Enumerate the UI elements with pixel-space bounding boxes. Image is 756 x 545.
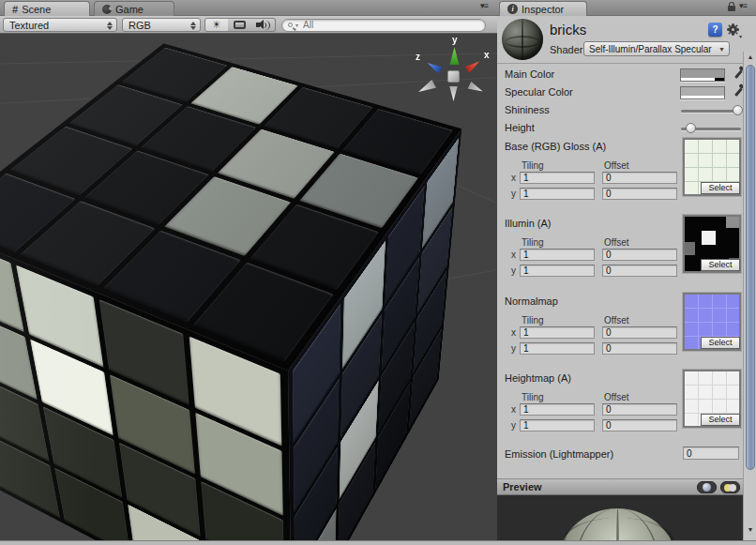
tab-scene[interactable]: # Scene [4, 1, 90, 16]
main-color-label: Main Color [505, 68, 554, 80]
gizmo-z-label: z [416, 52, 420, 62]
tiling-y-input[interactable] [520, 265, 595, 277]
normalmap-texture-thumbnail[interactable]: Select [683, 293, 741, 351]
search-input[interactable] [301, 19, 442, 31]
color-mode-dropdown[interactable]: RGB [122, 18, 201, 32]
shader-value: Self-Illumin/Parallax Specular [589, 44, 712, 54]
preview-lighting-button[interactable] [720, 481, 740, 493]
tiling-x-input[interactable] [520, 403, 595, 416]
scene-orientation-gizmo[interactable]: y x z [413, 39, 497, 109]
offset-x-input[interactable] [602, 172, 677, 184]
gizmo-center-cube[interactable] [447, 70, 460, 83]
offset-y-input[interactable] [602, 188, 677, 200]
gizmo-axis-z-cone[interactable] [425, 58, 443, 75]
tab-game[interactable]: Game [94, 1, 174, 16]
slider-handle[interactable] [733, 105, 743, 115]
heightmap-texture-thumbnail[interactable]: Select [683, 370, 741, 428]
map-label: Illumin (A) [505, 218, 552, 229]
unity-editor-window: # Scene Game ▾≡ Textured RGB ☀ [0, 0, 756, 545]
tab-inspector-label: Inspector [522, 4, 564, 15]
lock-icon[interactable] [728, 6, 735, 11]
gizmo-axis-cone-gray[interactable] [448, 86, 459, 101]
shader-dropdown[interactable]: Self-Illumin/Parallax Specular ▼ [583, 41, 730, 56]
material-preview-area[interactable] [497, 495, 743, 540]
inspector-panel-menu-icon[interactable]: ▾≡ [739, 1, 747, 10]
y-axis-label: y [511, 265, 516, 276]
lighting-toggle-button[interactable]: ☀ [204, 18, 229, 32]
audio-toggle-button[interactable] [251, 18, 276, 32]
tiling-header: Tiling [522, 392, 544, 402]
map-label: Heightmap (A) [505, 372, 571, 384]
gizmo-axis-cone-gray[interactable] [416, 78, 437, 97]
x-axis-label: x [511, 173, 516, 183]
offset-y-input[interactable] [602, 419, 677, 431]
window-bottom-edge [0, 540, 756, 545]
gizmo-axis-cone-gray[interactable] [467, 81, 485, 97]
base-texture-thumbnail[interactable]: Select [683, 138, 741, 196]
tiling-x-input[interactable] [520, 249, 595, 261]
chevron-down-icon: ▼ [718, 46, 725, 53]
height-slider[interactable] [681, 122, 741, 134]
x-axis-label: x [511, 404, 516, 415]
scene-panel-menu-icon[interactable]: ▾≡ [480, 1, 488, 10]
offset-x-input[interactable] [602, 403, 677, 416]
specular-color-label: Specular Color [505, 86, 573, 98]
select-button[interactable]: Select [701, 182, 740, 194]
inspector-panel: i Inspector ▾≡ bricks Shader Self-Illumi… [497, 0, 756, 540]
scrollbar-thumb[interactable] [746, 65, 755, 470]
preview-shape-button[interactable] [697, 481, 717, 493]
offset-y-input[interactable] [602, 265, 677, 277]
tiling-header: Tiling [522, 315, 544, 325]
material-header: bricks Shader Self-Illumin/Parallax Spec… [497, 16, 743, 64]
map-label: Base (RGB) Gloss (A) [505, 141, 606, 152]
emission-label: Emission (Lightmapper) [505, 448, 613, 460]
offset-x-input[interactable] [602, 326, 677, 339]
search-filter-caret-icon: ▾ [295, 22, 298, 28]
shininess-slider[interactable] [681, 104, 741, 116]
inspector-scrollbar[interactable]: ▲ ▼ [743, 52, 756, 540]
select-button[interactable]: Select [701, 414, 740, 426]
tiling-y-input[interactable] [520, 342, 595, 355]
scene-grid-icon: # [12, 4, 18, 15]
gear-icon[interactable] [729, 25, 737, 34]
gizmo-y-label: y [452, 35, 458, 45]
offset-x-input[interactable] [602, 249, 677, 261]
gizmo-axis-x-cone[interactable] [464, 57, 482, 74]
select-button[interactable]: Select [701, 259, 740, 271]
scene-viewport[interactable]: y x z [0, 34, 497, 540]
preview-bar[interactable]: Preview [497, 478, 743, 495]
tiling-x-input[interactable] [520, 326, 595, 339]
gizmo-axis-y-cone[interactable] [448, 47, 461, 65]
tiling-y-input[interactable] [520, 419, 595, 431]
offset-header: Offset [604, 160, 629, 171]
select-button[interactable]: Select [701, 337, 740, 349]
scroll-up-icon[interactable]: ▲ [744, 53, 756, 60]
inspector-tabbar: i Inspector ▾≡ [497, 0, 756, 16]
render-mode-dropdown[interactable]: Textured [3, 18, 117, 32]
tiling-y-input[interactable] [520, 188, 595, 200]
color-mode-value: RGB [129, 20, 151, 31]
tab-inspector[interactable]: i Inspector [499, 1, 587, 16]
dropdown-arrows-icon [190, 22, 196, 30]
map-label: Normalmap [505, 295, 558, 307]
x-axis-label: x [511, 250, 516, 260]
scene-tabbar: # Scene Game ▾≡ [0, 0, 497, 16]
y-axis-label: y [511, 343, 516, 354]
scroll-down-icon[interactable]: ▼ [744, 526, 756, 533]
help-icon[interactable]: ? [708, 23, 722, 37]
tiling-header: Tiling [522, 160, 544, 171]
offset-header: Offset [604, 315, 629, 325]
offset-y-input[interactable] [602, 342, 677, 355]
search-icon [288, 23, 293, 27]
cube-gameobject[interactable] [62, 123, 387, 495]
specular-color-swatch[interactable] [680, 86, 725, 99]
scene-search-field[interactable]: ▾ [281, 19, 486, 32]
tiling-x-input[interactable] [520, 172, 595, 184]
emission-input[interactable] [683, 447, 739, 460]
render-effects-button[interactable] [228, 18, 252, 32]
tab-scene-label: Scene [22, 4, 51, 15]
preview-title: Preview [503, 481, 542, 492]
slider-handle[interactable] [686, 123, 696, 133]
illumin-texture-thumbnail[interactable]: Select [683, 215, 741, 273]
main-color-swatch[interactable] [680, 68, 725, 82]
